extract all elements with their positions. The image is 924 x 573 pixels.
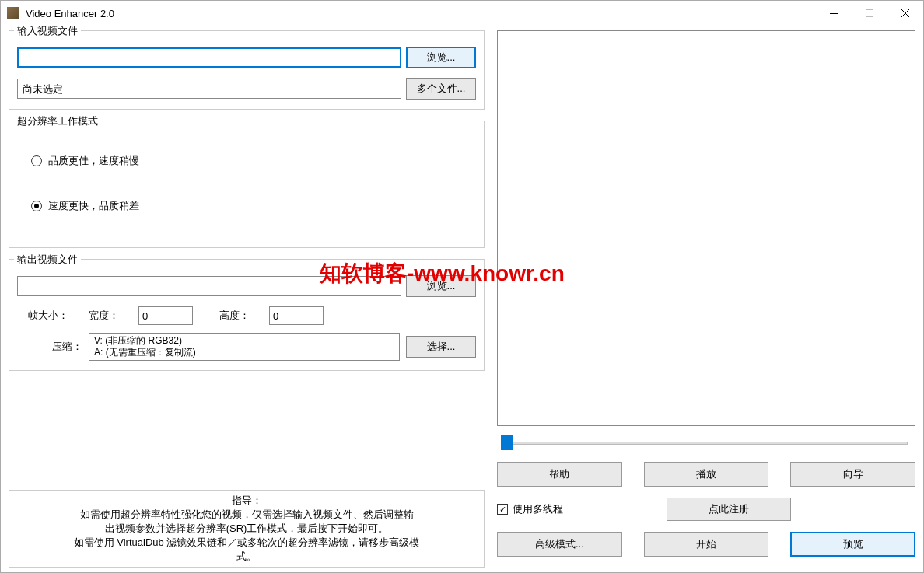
maximize-icon [866, 9, 873, 17]
app-icon [7, 7, 19, 19]
preview-area [497, 30, 915, 426]
multithread-label: 使用多线程 [513, 502, 563, 516]
slider-track [505, 442, 908, 445]
radio-icon [31, 155, 42, 166]
help-button[interactable]: 帮助 [497, 462, 622, 487]
mode-group: 超分辨率工作模式 品质更佳，速度稍慢 速度更快，品质稍差 [9, 121, 485, 248]
height-input[interactable] [269, 306, 324, 325]
browse-input-button[interactable]: 浏览... [406, 47, 476, 68]
quality-mode-radio[interactable]: 品质更佳，速度稍慢 [17, 149, 476, 173]
guide-line1: 如需使用超分辨率特性强化您的视频，仅需选择输入视频文件、然后调整输 [14, 508, 479, 522]
multiple-files-button[interactable]: 多个文件... [406, 78, 476, 100]
app-window: Video Enhancer 2.0 输入视频文件 浏览... 尚未选 [0, 0, 924, 573]
minimize-icon [830, 13, 838, 14]
advanced-button[interactable]: 高级模式... [497, 532, 622, 557]
multithread-checkbox[interactable]: ✓ 使用多线程 [497, 502, 659, 516]
content-area: 输入视频文件 浏览... 尚未选定 多个文件... 超分辨率工作模式 品质更佳，… [1, 26, 923, 572]
close-button[interactable] [887, 2, 923, 25]
wizard-button[interactable]: 向导 [790, 462, 915, 487]
frame-size-row: 帧大小： 宽度： 高度： [28, 306, 476, 325]
right-panel: 帮助 播放 向导 ✓ 使用多线程 点此注册 高级模式... 开始 预览 [497, 30, 915, 568]
output-group: 输出视频文件 浏览... 帧大小： 宽度： 高度： 压缩： V: (非压缩的 [9, 259, 485, 371]
preview-button[interactable]: 预览 [790, 532, 915, 557]
compress-info: V: (非压缩的 RGB32) A: (无需重压缩：复制流) [89, 333, 400, 361]
position-slider[interactable] [497, 434, 915, 452]
guide-line4: 式。 [14, 550, 479, 564]
input-group-title: 输入视频文件 [14, 24, 81, 38]
maximize-button [852, 2, 887, 25]
guide-line3: 如需使用 VirtualDub 滤镜效果链和／或多轮次的超分辨率滤镜，请移步高级… [14, 536, 479, 550]
titlebar: Video Enhancer 2.0 [1, 1, 923, 26]
quality-mode-label: 品质更佳，速度稍慢 [48, 154, 139, 168]
svg-rect-1 [866, 10, 873, 17]
width-input[interactable] [138, 306, 193, 325]
height-label: 高度： [219, 309, 263, 323]
mid-row: ✓ 使用多线程 点此注册 [497, 498, 915, 521]
button-row-1: 帮助 播放 向导 [497, 462, 915, 487]
compress-a-line: A: (无需重压缩：复制流) [94, 347, 394, 358]
frame-size-label: 帧大小： [28, 309, 82, 323]
minimize-button[interactable] [816, 2, 852, 25]
register-button[interactable]: 点此注册 [667, 498, 791, 521]
select-codec-button[interactable]: 选择... [406, 336, 476, 358]
start-button[interactable]: 开始 [644, 532, 769, 557]
play-button[interactable]: 播放 [644, 462, 769, 487]
compress-row: 压缩： V: (非压缩的 RGB32) A: (无需重压缩：复制流) 选择... [28, 333, 476, 361]
close-icon [901, 9, 909, 17]
speed-mode-label: 速度更快，品质稍差 [48, 199, 139, 213]
window-controls [816, 2, 923, 25]
compress-v-line: V: (非压缩的 RGB32) [94, 335, 394, 347]
window-title: Video Enhancer 2.0 [26, 8, 816, 19]
input-group: 输入视频文件 浏览... 尚未选定 多个文件... [9, 30, 485, 110]
checkbox-icon: ✓ [497, 504, 508, 515]
browse-output-button[interactable]: 浏览... [406, 275, 476, 297]
left-panel: 输入视频文件 浏览... 尚未选定 多个文件... 超分辨率工作模式 品质更佳，… [9, 30, 485, 568]
guide-line2: 出视频参数并选择超分辨率(SR)工作模式，最后按下开始即可。 [14, 522, 479, 536]
input-file-field[interactable] [17, 47, 401, 68]
radio-icon [31, 201, 42, 211]
button-row-2: 高级模式... 开始 预览 [497, 532, 915, 557]
input-status: 尚未选定 [17, 79, 401, 99]
width-label: 宽度： [89, 309, 132, 323]
output-file-field[interactable] [17, 276, 401, 296]
output-group-title: 输出视频文件 [14, 253, 81, 267]
speed-mode-radio[interactable]: 速度更快，品质稍差 [17, 194, 476, 218]
slider-thumb[interactable] [501, 435, 513, 450]
compress-label: 压缩： [28, 340, 82, 354]
mode-group-title: 超分辨率工作模式 [14, 114, 101, 128]
guide-box: 指导： 如需使用超分辨率特性强化您的视频，仅需选择输入视频文件、然后调整输 出视… [9, 490, 485, 568]
guide-title: 指导： [14, 494, 479, 508]
